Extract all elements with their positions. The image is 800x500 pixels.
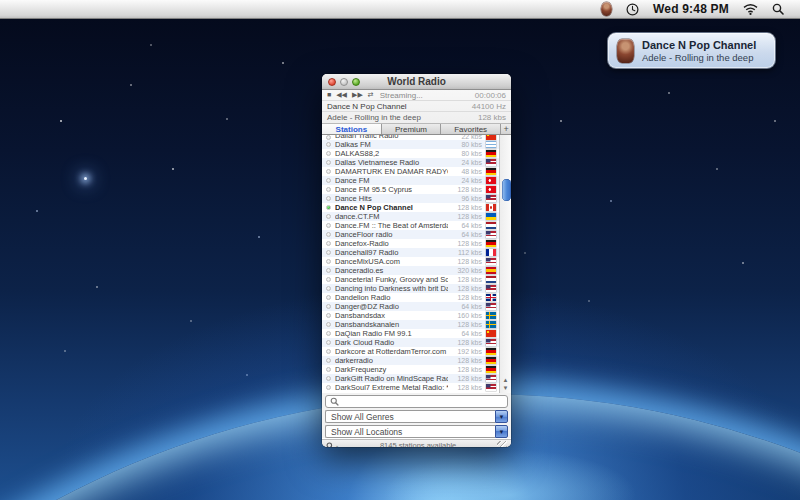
notification-title: Dance N Pop Channel [642,39,756,52]
station-bitrate: 192 kbs [448,348,482,355]
station-row[interactable]: Danceteria! Funky, Groovy and Soulful! 1… [322,275,499,284]
flag-tr-icon [486,186,496,193]
search-options-button[interactable]: ⌄ [326,442,339,448]
bright-star [84,177,87,180]
station-name: DaQian Radio FM 99.1 [335,329,448,338]
current-track: Adele - Rolling in the deep [327,113,421,122]
station-name: DALKAS88,2 [335,149,448,158]
flag-us-icon [486,231,496,238]
tab-favorites[interactable]: Favorites [441,124,501,134]
station-bitrate: 128 kbs [448,186,482,193]
radio-mic-icon [617,39,634,63]
wifi-icon[interactable] [743,4,758,15]
flag-nl-icon [486,222,496,229]
resize-grip[interactable] [497,441,507,448]
world-radio-window: World Radio ■ ◀◀ ▶▶ ⇄ Streaming... 00:00… [322,74,511,447]
prev-button[interactable]: ◀◀ [336,91,347,99]
play-status-icon [326,196,331,201]
sample-rate: 44100 Hz [472,102,506,111]
play-status-icon [326,259,331,264]
station-row[interactable]: DaQian Radio FM 99.1 64 kbs [322,329,499,338]
station-row[interactable]: Dancefox-Radio 128 kbs [322,239,499,248]
station-search-field[interactable] [325,395,508,408]
station-name: Dansbandskanalen [335,320,448,329]
play-status-icon [326,205,331,210]
stop-button[interactable]: ■ [327,91,331,99]
zoom-button[interactable] [352,78,360,86]
station-row[interactable]: dance.CT.FM 128 kbs [322,212,499,221]
tab-premium[interactable]: Premium [382,124,442,134]
station-row[interactable]: DarkGift Radio on MindScape Radio.com 12… [322,374,499,383]
station-bitrate: 112 kbs [448,249,482,256]
menu-clock[interactable]: Wed 9:48 PM [653,2,729,16]
shuffle-button[interactable]: ⇄ [368,91,374,99]
station-row[interactable]: Dance N Pop Channel 128 kbs [322,203,499,212]
player-panel: ■ ◀◀ ▶▶ ⇄ Streaming... 00:00:06 Dance N … [322,90,511,124]
title-bar[interactable]: World Radio [322,74,511,90]
scroll-up-icon[interactable]: ▲ [503,377,509,383]
station-name: Dark Cloud Radio [335,338,448,347]
station-row[interactable]: Dandelion Radio 128 kbs [322,293,499,302]
genre-filter-value[interactable]: Show All Genres [325,410,495,423]
flag-de-icon [486,150,496,157]
now-playing-notification[interactable]: Dance N Pop Channel Adele - Rolling in t… [607,32,776,69]
station-bitrate: 22 kbs [448,135,482,140]
next-button[interactable]: ▶▶ [352,91,363,99]
station-row[interactable]: Darkcore at RotterdamTerror.com |gabber … [322,347,499,356]
location-filter[interactable]: Show All Locations ▼ [325,425,508,438]
station-bitrate: 128 kbs [448,240,482,247]
flag-cn-icon [486,330,496,337]
station-row[interactable]: Dance Hits 96 kbs [322,194,499,203]
station-row[interactable]: Dansbandskanalen 128 kbs [322,320,499,329]
station-row[interactable]: Dalkas FM 80 kbs [322,140,499,149]
station-row[interactable]: darkerradio 128 kbs [322,356,499,365]
genre-filter[interactable]: Show All Genres ▼ [325,410,508,423]
genre-dropdown-button[interactable]: ▼ [495,410,508,423]
station-bitrate: 320 kbs [448,267,482,274]
spotlight-icon[interactable] [772,3,784,15]
station-bitrate: 96 kbs [448,195,482,202]
flag-ca-icon [486,204,496,211]
list-scrollbar[interactable]: ▲ ▼ [499,135,511,393]
station-row[interactable]: Dansbandsdax 160 kbs [322,311,499,320]
search-input[interactable] [342,397,503,407]
station-bitrate: 128 kbs [448,276,482,283]
station-bitrate: 80 kbs [448,150,482,157]
station-row[interactable]: Danger@DZ Radio 64 kbs [322,302,499,311]
add-tab-button[interactable]: + [501,124,511,134]
tab-stations[interactable]: Stations [322,124,382,134]
station-row[interactable]: DarkSoul7 Extreme Metal Radio: **Live 12… [322,383,499,392]
station-name: DAMARTURK EN DAMAR RADYO [335,167,448,176]
station-row[interactable]: Dancehall97 Radio 112 kbs [322,248,499,257]
station-row[interactable]: DanceFloor radio 64 kbs [322,230,499,239]
close-button[interactable] [328,78,336,86]
flag-de-icon [486,240,496,247]
station-row[interactable]: Dance.FM :: The Beat of Amsterdam :: 64 … [322,221,499,230]
station-row[interactable]: Dance FM 24 kbs [322,176,499,185]
station-bitrate: 64 kbs [448,231,482,238]
station-row[interactable]: DarkFrequenzy 128 kbs [322,365,499,374]
station-name: Danceteria! Funky, Groovy and Soulful! [335,275,448,284]
flag-se-icon [486,321,496,328]
station-row[interactable]: Dance FM 95.5 Cyprus 128 kbs [322,185,499,194]
play-status-icon [326,358,331,363]
station-row[interactable]: Dallas Vietnamese Radio 24 kbs [322,158,499,167]
play-status-icon [326,142,331,147]
scrollbar-thumb[interactable] [502,179,511,201]
location-filter-value[interactable]: Show All Locations [325,425,495,438]
tab-bar: Stations Premium Favorites + [322,124,511,135]
station-row[interactable]: DALKAS88,2 80 kbs [322,149,499,158]
scroll-down-icon[interactable]: ▼ [503,385,509,391]
station-row[interactable]: DanceMixUSA.com 128 kbs [322,257,499,266]
minimize-button[interactable] [340,78,348,86]
station-row[interactable]: Dark Cloud Radio 128 kbs [322,338,499,347]
station-row[interactable]: Danceradio.es 320 kbs [322,266,499,275]
station-row[interactable]: DAMARTURK EN DAMAR RADYO 48 kbs [322,167,499,176]
station-bitrate: 128 kbs [448,339,482,346]
flag-us-icon [486,375,496,382]
radio-app-menu-icon[interactable] [601,2,612,16]
station-bitrate: 128 kbs [448,384,482,391]
station-row[interactable]: Dancing into Darkness with brit Darbyshi… [322,284,499,293]
clock-icon[interactable] [626,3,639,16]
location-dropdown-button[interactable]: ▼ [495,425,508,438]
